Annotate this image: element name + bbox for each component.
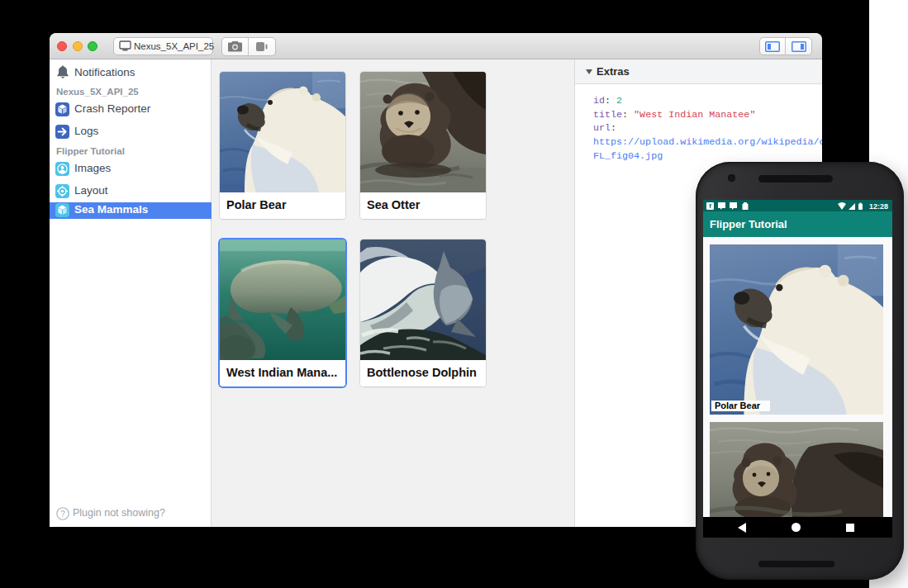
svg-text:?: ? bbox=[60, 510, 65, 519]
